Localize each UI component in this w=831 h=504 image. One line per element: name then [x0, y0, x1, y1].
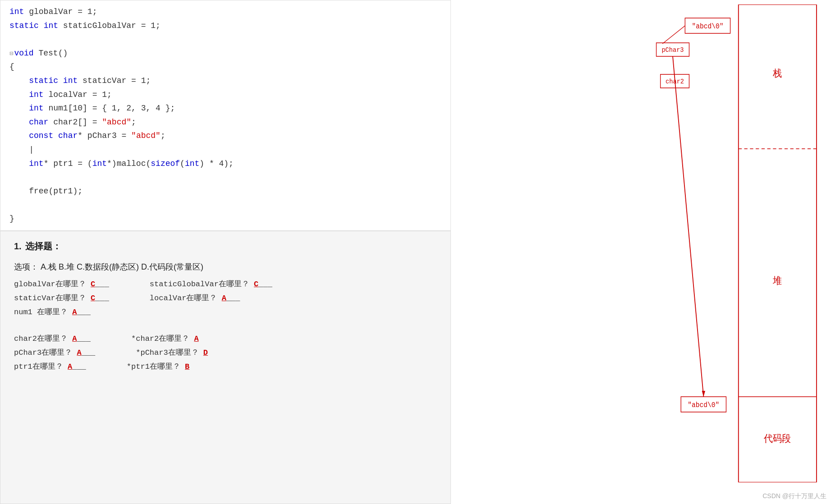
svg-text:代码段: 代码段	[763, 433, 791, 444]
left-panel: int globalVar = 1; static int staticGlob…	[0, 0, 451, 504]
pchar3-label: pChar3在哪里？ A___	[14, 347, 95, 357]
quiz-row-4: char2在哪里？ A___ *char2在哪里？ A	[14, 333, 437, 344]
svg-rect-2	[657, 43, 689, 56]
ptr1-answer: A	[68, 362, 72, 371]
code-line-10: const char* pChar3 = "abcd";	[9, 129, 441, 143]
globalvar-label: globalVar在哪里？ C___	[14, 279, 109, 289]
code-line-11: int* ptr1 = (int*)malloc(sizeof(int) * 4…	[9, 157, 441, 171]
pchar3-answer: A	[77, 348, 81, 357]
code-line-8: int num1[10] = { 1, 2, 3, 4 };	[9, 101, 441, 115]
quiz-number: 1.	[14, 241, 22, 252]
code-line-7: int localVar = 1;	[9, 88, 441, 102]
svg-rect-6	[681, 397, 726, 412]
ptr1-deref-answer: B	[185, 362, 189, 371]
code-line-4: ⊟ void Test()	[9, 46, 441, 60]
svg-line-8	[673, 56, 703, 397]
pchar3-deref-answer: D	[203, 348, 208, 357]
code-line-2: static int staticGlobalVar = 1;	[9, 19, 441, 33]
svg-line-10	[662, 26, 685, 44]
num1-answer: A	[72, 308, 77, 316]
code-line-6: static int staticVar = 1;	[9, 74, 441, 88]
svg-rect-11	[739, 5, 817, 482]
code-line-3	[9, 32, 441, 46]
staticglobalvar-answer: C	[254, 280, 258, 289]
quiz-area: 1. 选择题： 选项： A.栈 B.堆 C.数据段(静态区) D.代码段(常量区…	[0, 231, 451, 504]
quiz-row-3: num1 在哪里？ A___	[14, 307, 437, 317]
num1-label: num1 在哪里？ A___	[14, 307, 91, 317]
svg-text:pChar3: pChar3	[661, 46, 684, 54]
char2-label: char2在哪里？ A___	[14, 333, 91, 344]
svg-text:"abcd\0": "abcd\0"	[688, 401, 719, 409]
quiz-row-6: ptr1在哪里？ A___ *ptr1在哪里？ B	[14, 361, 437, 371]
char2-answer: A	[72, 334, 77, 343]
code-line-blank1	[9, 170, 441, 184]
quiz-row-5: pChar3在哪里？ A___ *pChar3在哪里？ D	[14, 347, 437, 357]
block-marker: ⊟	[9, 49, 13, 60]
code-line-cursor: |	[9, 143, 441, 157]
svg-text:栈: 栈	[772, 68, 782, 78]
code-line-13: }	[9, 212, 441, 226]
svg-marker-9	[702, 391, 705, 397]
quiz-row-1: globalVar在哪里？ C___ staticGlobalVar在哪里？ C…	[14, 279, 437, 289]
localvar-answer: A	[222, 294, 226, 302]
svg-rect-0	[685, 18, 730, 33]
staticglobalvar-label: staticGlobalVar在哪里？ C___	[150, 279, 272, 289]
quiz-options-label: 选项： A.栈 B.堆 C.数据段(静态区) D.代码段(常量区)	[14, 261, 437, 272]
svg-text:char2: char2	[666, 78, 684, 85]
staticvar-answer: C	[91, 294, 95, 302]
keyword-int: int	[9, 5, 24, 19]
globalvar-answer: C	[91, 280, 95, 289]
diagram-svg: "abcd\0" pChar3 char2 "abcd\0" 栈 堆 代码段	[451, 5, 821, 482]
localvar-label: localVar在哪里？ A___	[150, 293, 240, 303]
quiz-title: 选择题：	[25, 240, 61, 252]
char2-deref-answer: A	[194, 334, 198, 343]
watermark: CSDN @行十万里人生	[762, 492, 826, 500]
right-panel: "abcd\0" pChar3 char2 "abcd\0" 栈 堆 代码段 C…	[451, 0, 831, 504]
code-line-5: {	[9, 60, 441, 74]
code-line-9: char char2[] = "abcd";	[9, 115, 441, 129]
ptr1-label: ptr1在哪里？ A___	[14, 361, 86, 371]
staticvar-label: staticVar在哪里？ C___	[14, 293, 109, 303]
code-line-1: int globalVar = 1;	[9, 5, 441, 19]
code-line-blank2	[9, 198, 441, 212]
ptr1-deref-label: *ptr1在哪里？ B	[127, 361, 189, 371]
code-line-12: free(ptr1);	[9, 184, 441, 198]
code-area: int globalVar = 1; static int staticGlob…	[0, 0, 451, 231]
svg-text:堆: 堆	[772, 275, 782, 286]
keyword-static: static	[9, 19, 39, 33]
quiz-row-2: staticVar在哪里？ C___ localVar在哪里？ A___	[14, 293, 437, 303]
svg-rect-4	[661, 74, 689, 88]
svg-text:"abcd\0": "abcd\0"	[692, 22, 723, 31]
pchar3-deref-label: *pChar3在哪里？ D	[136, 347, 208, 357]
char2-deref-label: *char2在哪里？ A	[131, 333, 199, 344]
